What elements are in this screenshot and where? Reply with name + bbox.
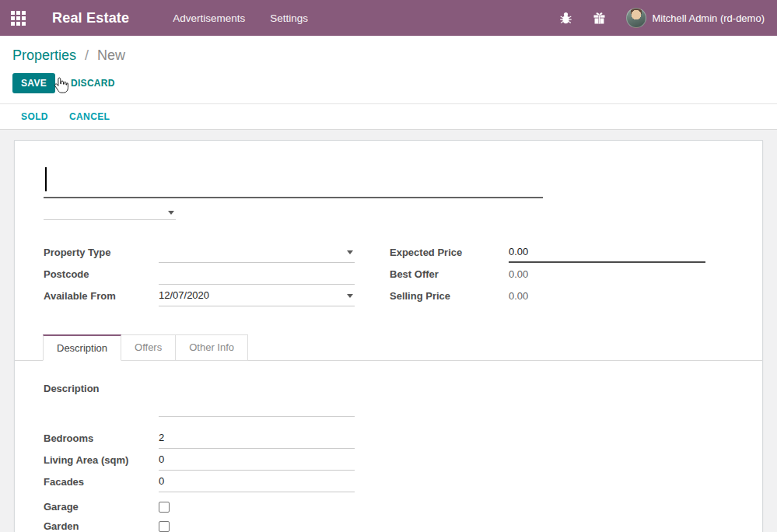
- field-row-facades: Facades 0: [44, 471, 762, 492]
- field-label: Selling Price: [390, 290, 509, 302]
- gift-icon[interactable]: [593, 12, 606, 25]
- description-textarea[interactable]: [159, 383, 355, 417]
- field-label: Description: [44, 383, 159, 394]
- apps-grid-icon[interactable]: [0, 0, 36, 36]
- field-row-best-offer: Best Offer 0.00: [390, 263, 747, 285]
- available-from-input[interactable]: 12/07/2020: [159, 285, 355, 306]
- field-label: Facades: [44, 476, 159, 488]
- form-sheet: Property Type Postcode Available From 12…: [14, 140, 763, 532]
- field-columns: Property Type Postcode Available From 12…: [44, 241, 762, 306]
- living-area-input[interactable]: 0: [159, 449, 355, 471]
- garage-checkbox[interactable]: [159, 502, 170, 513]
- best-offer-value: 0.00: [509, 268, 528, 280]
- field-row-living-area: Living Area (sqm) 0: [44, 449, 762, 471]
- chevron-down-icon: [347, 294, 353, 298]
- tab-offers[interactable]: Offers: [121, 334, 176, 361]
- tab-description[interactable]: Description: [43, 334, 121, 361]
- field-row-postcode: Postcode: [44, 263, 390, 285]
- form-view-background: Property Type Postcode Available From 12…: [0, 130, 777, 532]
- title-block: [44, 163, 762, 220]
- property-name-input[interactable]: [44, 163, 543, 198]
- field-row-expected-price: Expected Price 0.00: [390, 241, 747, 263]
- field-label: Living Area (sqm): [44, 454, 159, 466]
- navbar-right: Mitchell Admin (rd-demo): [559, 8, 777, 28]
- save-button-label: SAVE: [21, 78, 47, 89]
- cancel-button[interactable]: CANCEL: [69, 111, 110, 122]
- field-label: Postcode: [44, 268, 159, 280]
- menu-settings[interactable]: Settings: [270, 12, 308, 24]
- field-row-garage: Garage: [44, 497, 762, 516]
- menu-advertisements[interactable]: Advertisements: [173, 12, 245, 24]
- breadcrumb-current: New: [97, 47, 125, 63]
- chevron-down-icon: [168, 211, 174, 215]
- user-menu[interactable]: Mitchell Admin (rd-demo): [626, 8, 765, 28]
- left-column: Property Type Postcode Available From 12…: [44, 241, 390, 306]
- field-row-property-type: Property Type: [44, 241, 390, 263]
- field-row-available-from: Available From 12/07/2020: [44, 285, 390, 306]
- property-type-input[interactable]: [159, 241, 355, 263]
- app-menus: Advertisements Settings: [173, 12, 308, 24]
- sold-button[interactable]: SOLD: [21, 111, 48, 122]
- field-row-description: Description: [44, 383, 762, 417]
- field-label: Available From: [44, 290, 159, 302]
- top-navbar: Real Estate Advertisements Settings: [0, 0, 777, 36]
- field-label: Bedrooms: [44, 432, 159, 444]
- field-label: Property Type: [44, 247, 159, 258]
- breadcrumb: Properties / New: [0, 36, 777, 64]
- field-row-bedrooms: Bedrooms 2: [44, 427, 762, 449]
- selling-price-value: 0.00: [509, 290, 528, 302]
- chevron-down-icon: [347, 250, 353, 254]
- field-label: Garage: [44, 501, 159, 513]
- field-label: Garden: [44, 520, 159, 532]
- bug-icon[interactable]: [559, 12, 572, 25]
- expected-price-input[interactable]: 0.00: [509, 241, 705, 263]
- app-title: Real Estate: [52, 10, 129, 26]
- garden-checkbox[interactable]: [159, 521, 170, 532]
- facades-input[interactable]: 0: [159, 471, 355, 492]
- field-row-selling-price: Selling Price 0.00: [390, 285, 747, 306]
- right-column: Expected Price 0.00 Best Offer 0.00 Sell…: [390, 241, 747, 306]
- breadcrumb-properties[interactable]: Properties: [12, 47, 76, 63]
- text-caret: [45, 167, 47, 191]
- postcode-input[interactable]: [159, 263, 355, 285]
- notebook-tabs: Description Offers Other Info: [15, 334, 762, 361]
- breadcrumb-separator: /: [85, 47, 89, 63]
- property-tags-input[interactable]: [44, 205, 176, 220]
- field-label: Best Offer: [390, 268, 509, 280]
- field-label: Expected Price: [390, 247, 509, 258]
- field-row-garden: Garden: [44, 516, 762, 532]
- control-panel-buttons: SAVE DISCARD: [0, 64, 777, 103]
- tab-other-info[interactable]: Other Info: [176, 334, 248, 361]
- bedrooms-input[interactable]: 2: [159, 427, 355, 449]
- apps-grid-icon-svg: [11, 11, 26, 26]
- description-tab-content: Description Bedrooms 2 Living Area (sqm)…: [44, 383, 762, 532]
- mouse-cursor-icon: [54, 77, 68, 94]
- statusbar: SOLD CANCEL: [0, 103, 777, 130]
- discard-button[interactable]: DISCARD: [71, 78, 115, 89]
- user-name: Mitchell Admin (rd-demo): [653, 12, 765, 24]
- avatar: [626, 8, 646, 28]
- save-button[interactable]: SAVE: [12, 73, 55, 93]
